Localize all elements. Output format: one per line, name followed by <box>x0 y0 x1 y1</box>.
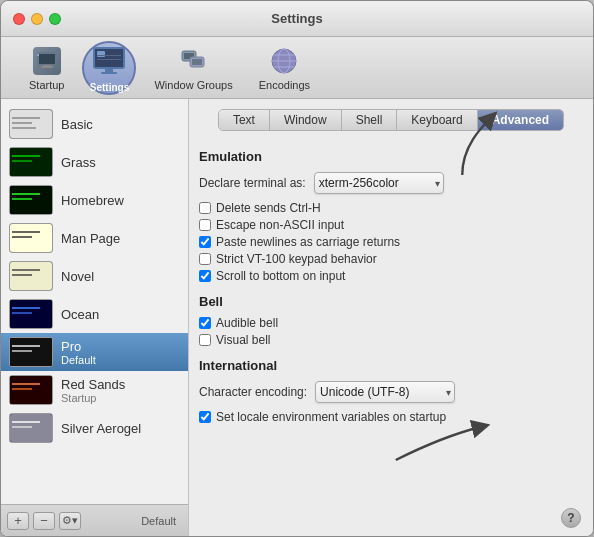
checkbox-label-audible-bell: Audible bell <box>216 316 278 330</box>
emulation-section-title: Emulation <box>199 149 583 164</box>
sidebar-item-homebrew[interactable]: Homebrew <box>1 181 188 219</box>
declare-terminal-label: Declare terminal as: <box>199 176 306 190</box>
declare-terminal-select-wrapper: xterm-256colorxtermvt100ansi <box>314 172 444 194</box>
svg-rect-22 <box>10 110 53 139</box>
remove-profile-button[interactable]: − <box>33 512 55 530</box>
svg-rect-4 <box>41 66 53 68</box>
minimize-button[interactable] <box>31 13 43 25</box>
help-button[interactable]: ? <box>561 508 581 528</box>
svg-rect-47 <box>10 338 53 367</box>
tab-text[interactable]: Text <box>219 110 270 130</box>
toolbar-window-groups[interactable]: Window Groups <box>146 41 240 95</box>
sidebar-item-silveraerogel[interactable]: Silver Aerogel <box>1 409 188 447</box>
toolbar: Startup Settings <box>1 37 593 99</box>
svg-rect-35 <box>10 224 53 253</box>
checkbox-row-delete-ctrl-h: Delete sends Ctrl-H <box>199 201 583 215</box>
checkbox-row-escape-non-ascii: Escape non-ASCII input <box>199 218 583 232</box>
sidebar-item-name-homebrew: Homebrew <box>61 193 124 208</box>
encoding-select-wrapper: Unicode (UTF-8)Western (ISO Latin 1)Japa… <box>315 381 455 403</box>
checkbox-label-delete-ctrl-h: Delete sends Ctrl-H <box>216 201 321 215</box>
settings-icon <box>91 43 127 79</box>
toolbar-startup[interactable]: Startup <box>21 41 72 95</box>
emulation-checkboxes: Delete sends Ctrl-HEscape non-ASCII inpu… <box>199 198 583 286</box>
checkbox-row-audible-bell: Audible bell <box>199 316 583 330</box>
encoding-select[interactable]: Unicode (UTF-8)Western (ISO Latin 1)Japa… <box>315 381 455 403</box>
sidebar-item-redsands[interactable]: Red SandsStartup <box>1 371 188 409</box>
svg-rect-31 <box>10 186 53 215</box>
sidebar: Basic Grass Homebrew Man Page <box>1 99 189 536</box>
theme-thumbnail-manpage <box>9 223 53 253</box>
theme-thumbnail-novel <box>9 261 53 291</box>
zoom-button[interactable] <box>49 13 61 25</box>
svg-rect-8 <box>97 59 121 60</box>
toolbar-settings[interactable]: Settings <box>82 41 136 95</box>
tab-keyboard[interactable]: Keyboard <box>397 110 477 130</box>
toolbar-settings-label: Settings <box>90 82 129 93</box>
sidebar-item-novel[interactable]: Novel <box>1 257 188 295</box>
content-area: Basic Grass Homebrew Man Page <box>1 99 593 536</box>
encoding-row: Character encoding: Unicode (UTF-8)Weste… <box>199 381 583 403</box>
checkbox-delete-ctrl-h[interactable] <box>199 202 211 214</box>
toolbar-encodings[interactable]: Encodings <box>251 41 318 95</box>
window-groups-icon <box>178 45 210 77</box>
sidebar-item-name-pro: Pro <box>61 339 96 354</box>
encoding-label: Character encoding: <box>199 385 307 399</box>
titlebar: Settings <box>1 1 593 37</box>
profile-options-button[interactable]: ⚙▾ <box>59 512 81 530</box>
svg-rect-39 <box>10 262 53 291</box>
declare-terminal-select[interactable]: xterm-256colorxtermvt100ansi <box>314 172 444 194</box>
sidebar-item-name-novel: Novel <box>61 269 94 284</box>
sidebar-item-name-grass: Grass <box>61 155 96 170</box>
sidebar-item-name-redsands: Red Sands <box>61 377 125 392</box>
sidebar-item-manpage[interactable]: Man Page <box>1 219 188 257</box>
toolbar-window-groups-label: Window Groups <box>154 79 232 91</box>
checkbox-label-escape-non-ascii: Escape non-ASCII input <box>216 218 344 232</box>
sidebar-footer: + − ⚙▾ Default <box>1 504 188 536</box>
checkbox-label-paste-newlines: Paste newlines as carriage returns <box>216 235 400 249</box>
add-profile-button[interactable]: + <box>7 512 29 530</box>
theme-thumbnail-silveraerogel <box>9 413 53 443</box>
checkbox-row-strict-vt100: Strict VT-100 keypad behavior <box>199 252 583 266</box>
checkbox-escape-non-ascii[interactable] <box>199 219 211 231</box>
checkbox-label-visual-bell: Visual bell <box>216 333 270 347</box>
checkbox-scroll-bottom[interactable] <box>199 270 211 282</box>
sidebar-item-name-ocean: Ocean <box>61 307 99 322</box>
sidebar-item-ocean[interactable]: Ocean <box>1 295 188 333</box>
svg-rect-27 <box>10 148 53 177</box>
traffic-lights <box>13 13 61 25</box>
tab-advanced[interactable]: Advanced <box>478 110 563 130</box>
theme-thumbnail-ocean <box>9 299 53 329</box>
checkbox-visual-bell[interactable] <box>199 334 211 346</box>
checkbox-label-scroll-bottom: Scroll to bottom on input <box>216 269 345 283</box>
sidebar-item-grass[interactable]: Grass <box>1 143 188 181</box>
toolbar-startup-label: Startup <box>29 79 64 91</box>
checkbox-paste-newlines[interactable] <box>199 236 211 248</box>
tab-window[interactable]: Window <box>270 110 342 130</box>
sidebar-item-name-silveraerogel: Silver Aerogel <box>61 421 141 436</box>
sidebar-item-sub-redsands: Startup <box>61 392 125 404</box>
checkbox-strict-vt100[interactable] <box>199 253 211 265</box>
svg-rect-1 <box>39 54 55 64</box>
svg-rect-43 <box>10 300 53 329</box>
checkbox-label-locale-env: Set locale environment variables on star… <box>216 410 446 424</box>
sidebar-item-basic[interactable]: Basic <box>1 105 188 143</box>
checkbox-row-visual-bell: Visual bell <box>199 333 583 347</box>
svg-rect-9 <box>97 55 121 56</box>
close-button[interactable] <box>13 13 25 25</box>
svg-rect-15 <box>192 59 202 65</box>
tab-shell[interactable]: Shell <box>342 110 398 130</box>
sidebar-item-pro[interactable]: ProDefault <box>1 333 188 371</box>
checkbox-row-scroll-bottom: Scroll to bottom on input <box>199 269 583 283</box>
checkbox-label-strict-vt100: Strict VT-100 keypad behavior <box>216 252 377 266</box>
svg-rect-2 <box>37 54 39 56</box>
sidebar-item-name-manpage: Man Page <box>61 231 120 246</box>
international-section-title: International <box>199 358 583 373</box>
checkbox-locale-env[interactable] <box>199 411 211 423</box>
default-label: Default <box>141 515 176 527</box>
checkbox-audible-bell[interactable] <box>199 317 211 329</box>
theme-thumbnail-redsands <box>9 375 53 405</box>
svg-rect-7 <box>97 51 105 57</box>
theme-thumbnail-homebrew <box>9 185 53 215</box>
svg-rect-10 <box>105 69 113 72</box>
theme-thumbnail-pro <box>9 337 53 367</box>
